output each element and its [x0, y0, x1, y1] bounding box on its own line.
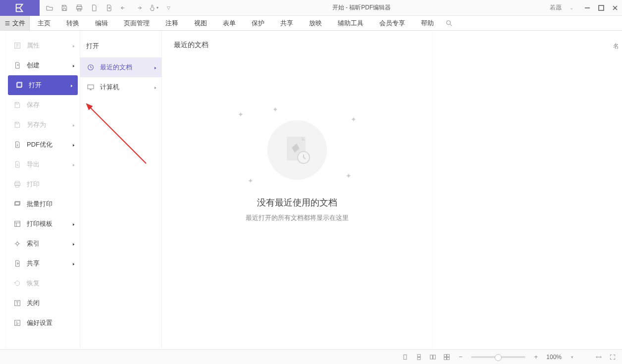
nav-preferences[interactable]: 偏好设置	[6, 313, 80, 333]
nav-label: 属性	[27, 41, 40, 50]
ribbon-tab[interactable]: 主页	[30, 19, 58, 28]
svg-point-5	[447, 20, 451, 24]
save-as-icon	[13, 120, 22, 129]
ribbon-tab[interactable]: 注释	[157, 19, 186, 28]
nav-create[interactable]: 创建▸	[6, 55, 80, 75]
template-icon	[13, 219, 22, 228]
nav-recover[interactable]: 恢复	[6, 273, 80, 293]
ribbon-tab[interactable]: 表单	[215, 19, 244, 28]
nav-label: 索引	[27, 239, 40, 248]
nav-save-as[interactable]: 另存为▸	[6, 115, 80, 135]
subnav-title: 打开	[80, 39, 161, 57]
svg-rect-14	[15, 221, 20, 227]
nav-label: PDF优化	[27, 140, 52, 149]
ribbon-tab[interactable]: 会员专享	[371, 19, 413, 28]
nav-label: 打开	[29, 81, 42, 90]
print-icon[interactable]	[72, 1, 86, 15]
ribbon-tab[interactable]: 编辑	[87, 19, 116, 28]
nav-label: 打印	[27, 180, 40, 189]
view-facing-cont-icon[interactable]	[441, 352, 452, 363]
svg-rect-4	[599, 5, 604, 10]
search-icon[interactable]	[442, 16, 457, 30]
file-tab[interactable]: 文件	[0, 16, 30, 30]
save-icon[interactable]	[57, 1, 71, 15]
nav-export[interactable]: 导出▸	[6, 155, 80, 174]
create-icon	[13, 61, 22, 70]
svg-rect-32	[447, 357, 450, 360]
minimize-icon[interactable]	[580, 1, 594, 15]
svg-rect-28	[433, 355, 436, 359]
view-continuous-icon[interactable]	[414, 352, 424, 363]
save-icon	[13, 101, 22, 109]
ribbon-tab[interactable]: 保护	[244, 19, 272, 28]
maximize-icon[interactable]	[594, 1, 608, 15]
view-single-icon[interactable]	[400, 352, 411, 363]
ribbon-tab[interactable]: 帮助	[413, 19, 442, 28]
ribbon-tab[interactable]: 辅助工具	[330, 19, 371, 28]
nav-index[interactable]: 索引▸	[6, 234, 80, 254]
fullscreen-icon[interactable]	[607, 352, 618, 363]
user-dropdown-icon[interactable]: ⌄	[565, 1, 578, 15]
nav-batch-print[interactable]: 批量打印	[6, 194, 80, 214]
new-page-icon[interactable]	[102, 1, 116, 15]
backstage-content: 最近的文档 ✦ ✦ ✦ ✦ ✦ 没有最近使用的文档	[162, 31, 432, 348]
backstage-subnav: 打开 最近的文档 ▸ 计算机 ▸	[80, 31, 162, 348]
nav-save[interactable]: 保存	[6, 95, 80, 115]
subnav-recent[interactable]: 最近的文档 ▸	[80, 57, 161, 77]
svg-rect-25	[417, 354, 420, 357]
ribbon-tab[interactable]: 放映	[301, 19, 330, 28]
background-panel-text: 名	[436, 41, 619, 52]
nav-open[interactable]: 打开▸	[8, 75, 78, 95]
ribbon-tab[interactable]: 转换	[58, 19, 87, 28]
close-icon[interactable]	[608, 1, 622, 15]
view-facing-icon[interactable]	[427, 352, 438, 363]
subnav-label: 计算机	[100, 83, 119, 92]
index-icon	[13, 239, 22, 248]
share-icon	[13, 259, 22, 268]
svg-rect-26	[417, 357, 420, 360]
svg-rect-29	[444, 354, 447, 357]
ribbon: 文件 主页 转换 编辑 页面管理 注释 视图 表单 保护 共享 放映 辅助工具 …	[0, 16, 622, 31]
svg-rect-31	[444, 357, 447, 360]
subnav-computer[interactable]: 计算机 ▸	[80, 77, 161, 97]
window-controls	[580, 1, 622, 15]
nav-label: 另存为	[27, 120, 46, 129]
preferences-icon	[13, 318, 22, 327]
svg-point-15	[16, 242, 18, 245]
open-icon[interactable]	[43, 1, 56, 15]
ribbon-tab[interactable]: 页面管理	[116, 19, 157, 28]
ribbon-tab[interactable]: 共享	[272, 19, 301, 28]
ribbon-tab[interactable]: 视图	[186, 19, 215, 28]
zoom-percentage: 100%	[544, 354, 564, 361]
page-icon[interactable]	[87, 1, 101, 15]
print-icon	[13, 180, 22, 189]
undo-icon[interactable]	[117, 1, 131, 15]
nav-label: 创建	[27, 61, 40, 70]
svg-rect-24	[404, 355, 407, 359]
nav-properties[interactable]: 属性▸	[6, 36, 80, 55]
fit-width-icon[interactable]	[593, 352, 604, 363]
window-title: 开始 - 福昕PDF编辑器	[178, 3, 545, 12]
nav-optimize[interactable]: PDF优化▸	[6, 135, 80, 155]
redo-icon[interactable]	[132, 1, 146, 15]
nav-label: 批量打印	[27, 200, 52, 208]
nav-close[interactable]: 关闭	[6, 293, 80, 313]
empty-state: ✦ ✦ ✦ ✦ ✦ 没有最近使用的文档 最近打开的所有文档都将显示在这里	[174, 52, 420, 290]
backstage-nav: 属性▸ 创建▸ 打开▸ 保存 另存为▸ PDF优化▸ 导出▸ 打印	[6, 31, 80, 348]
zoom-out-icon[interactable]: −	[455, 352, 466, 363]
qat-dropdown-icon[interactable]: ▽	[161, 1, 175, 15]
clock-icon	[86, 63, 95, 72]
nav-print[interactable]: 打印	[6, 174, 80, 194]
svg-rect-11	[16, 185, 19, 187]
touch-icon[interactable]: ▾	[147, 1, 160, 15]
zoom-dropdown-icon[interactable]: ▾	[567, 352, 577, 363]
zoom-in-icon[interactable]: +	[530, 352, 541, 363]
nav-print-template[interactable]: 打印模板▸	[6, 214, 80, 234]
zoom-slider[interactable]	[471, 356, 525, 358]
status-bar: − + 100% ▾	[0, 349, 622, 364]
nav-share[interactable]: 共享▸	[6, 254, 80, 273]
empty-title: 没有最近使用的文档	[257, 197, 337, 208]
export-icon	[13, 160, 22, 169]
user-name[interactable]: 若愿	[547, 3, 565, 12]
svg-rect-30	[447, 354, 450, 357]
